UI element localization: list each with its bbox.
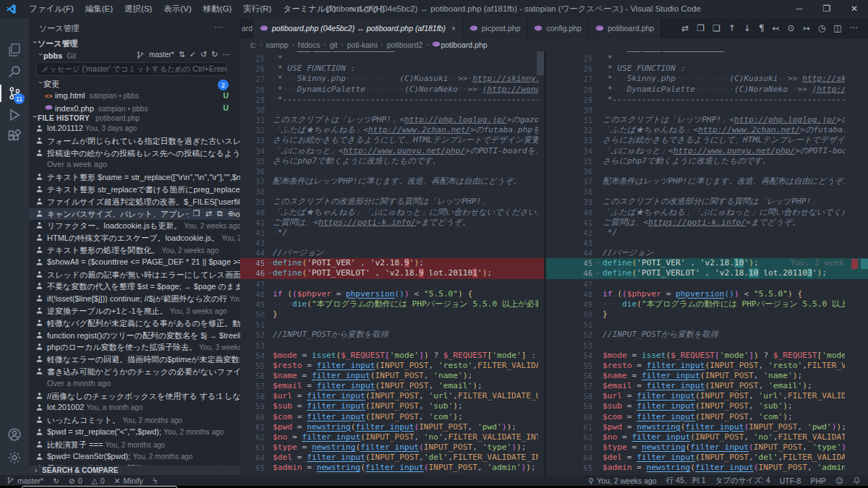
history-commit-row[interactable]: テキスト整形 $name = str_replace(["\r\n","\n",… (29, 171, 240, 184)
status-cursor[interactable]: 行 45、列 1 (666, 476, 706, 486)
diff-pane-modified[interactable]: 24·*···http://poti-k.info/x25·*26·* USE … (546, 51, 868, 475)
more-icon[interactable]: ··· (850, 23, 858, 33)
whitespace-icon[interactable]: ¶ (759, 23, 765, 33)
tab-diff[interactable]: potiboard.php (04e5bc2) ↔ potiboard.php … (253, 18, 463, 38)
history-commit-row[interactable]: フォームが閉じられている指定日数を過ぎた古いスレッドへの投稿は... (29, 135, 240, 147)
nav-center-icon[interactable]: ⊙ (788, 23, 795, 33)
history-commit-row[interactable]: リファクター。loadcookie.jsも更新。 You, 2 weeks ag… (29, 220, 240, 232)
status-blame[interactable]: ⚲You, 2 weeks ago (588, 476, 656, 485)
history-commit-row[interactable]: 比較演算子 === You, 2 months ago (29, 439, 240, 451)
history-commit-row[interactable]: キャンバスサイズ、パレット、アプレット選択のCooki... ❐⇄⧉⊕ (29, 208, 240, 221)
history-commit-row[interactable]: 書き込み可能かどうかのチェックの必要がないファイルをチェックから... (29, 366, 240, 378)
status-feedback[interactable]: ☺ (835, 476, 843, 485)
history-commit-row[interactable]: 投稿途中の絵からの投稿もレス先への投稿になるようにした。 You... (29, 147, 240, 160)
history-commit-row[interactable]: テキスト整形の処理を関数化。 You, 2 weeks ago (29, 244, 240, 257)
status-branch[interactable]: master* (7, 476, 43, 485)
open-file-icon[interactable]: ❏ (712, 23, 720, 33)
history-commit-row[interactable]: HTMLの特殊文字のエスケープ。loadcookie.js。 You, 2 we… (29, 232, 240, 244)
status-bolt[interactable]: ϟ (153, 476, 158, 485)
history-commit-row[interactable]: $pwd = str_replace("<","",$pwd); You, 2 … (29, 427, 240, 439)
status-bell[interactable] (853, 476, 861, 484)
changes-section-header[interactable]: ›変更 (38, 79, 240, 91)
settings-icon[interactable] (0, 448, 29, 468)
changed-file-row[interactable]: index0.phpsatopian • pbbsU (45, 103, 240, 115)
file-history-header[interactable]: ›FILE HISTORYpotiboard.php (32, 114, 140, 122)
history-commit-row[interactable]: 逆変換テーブルの+1と-1を廃止。 You, 3 weeks ago (29, 305, 240, 317)
copy-icon[interactable]: ⧉ (217, 209, 223, 218)
open-changes-icon[interactable]: ❐ (697, 23, 705, 33)
more-actions-icon[interactable]: ··· (214, 22, 224, 31)
status-sync[interactable]: ↻ (53, 476, 59, 485)
status-warnings[interactable]: △0 (92, 476, 105, 485)
history-commit-row[interactable]: lot.201002 You, a month ago (29, 402, 240, 414)
sync-changes-icon[interactable]: ⇅ (179, 50, 185, 59)
run-debug-icon[interactable] (0, 105, 29, 125)
history-commit-row[interactable]: ファイルサイズ超過判定処理の改善。$_FILES['userfile']['er… (29, 196, 240, 208)
tab-fragment[interactable]: ard2 (240, 18, 253, 38)
menu-表示(V)[interactable]: 表示(V) (158, 4, 197, 14)
diff-pane-original[interactable]: 24·*···http://poti-k.info/x25·*26·* USE … (240, 51, 544, 475)
minimize-button[interactable]: ─ (786, 0, 813, 18)
extensions-icon[interactable] (0, 127, 29, 147)
menu-移動(G)[interactable]: 移動(G) (197, 4, 238, 14)
swap-icon[interactable]: ⇄ (681, 23, 689, 33)
menu-ファイル(F)[interactable]: ファイル(F) (23, 4, 80, 14)
tab-potiboard.php[interactable]: potiboard.php (589, 18, 661, 38)
maximize-button[interactable]: ❐ (813, 0, 841, 18)
history-commit-row[interactable]: lot.201112 You, 3 days ago (29, 123, 240, 135)
next-icon[interactable]: ↓ (744, 23, 751, 33)
history-commit-row[interactable]: いったんコミット。 You, 2 months ago (29, 414, 240, 427)
history-commit-row[interactable]: 軽微なバグ配列が未定義になる事があるのを修正。動作わかりに... (29, 317, 240, 330)
menu-実行(R)[interactable]: 実行(R) (237, 4, 277, 14)
close-tab-icon[interactable]: × (451, 25, 456, 33)
history-commit-row[interactable]: $showAll = ($counttree <= PAGE_DEF * 21 … (29, 257, 240, 269)
changed-file-row[interactable]: <>img.htmlsatopian • pbbsU (45, 91, 240, 103)
breadcrumb-segment[interactable]: poti-kaini (347, 40, 378, 49)
account-icon[interactable] (0, 424, 29, 445)
status-language[interactable]: PHP (810, 476, 826, 485)
tab-picpost.php[interactable]: picpost.php (463, 18, 528, 38)
breadcrumb[interactable]: c:›xampp›htdocs›git›poti-kaini›potiboard… (240, 38, 868, 51)
history-commit-row[interactable]: 不要な変数の代入を整理 $st = $page; → $page のまま。 Yo… (29, 281, 240, 293)
split-icon[interactable]: ◫ (833, 23, 841, 33)
web-icon[interactable]: ⊕ (228, 209, 234, 218)
history-commit-row[interactable]: テキスト整形 str_replaceで書ける箇所にpreg_replaceを使用… (29, 184, 240, 196)
status-tabsize[interactable]: タブのサイズ: 4 (715, 476, 770, 486)
compare-icon[interactable]: ⇄ (205, 209, 212, 218)
status-errors[interactable]: ⊘0 (69, 476, 82, 485)
search-compare-header[interactable]: ›SEARCH & COMPARE (29, 466, 240, 475)
history-commit-row[interactable]: if(!isset($line[$j])) continue; //$jが範囲外… (29, 293, 240, 305)
history-commit-row[interactable]: function regist()のツリーの配列の変数名を $j → $tree… (29, 330, 240, 342)
scm-section-header[interactable]: ›ソース管理 (32, 38, 78, 49)
diff-editor[interactable]: 24·*···http://poti-k.info/x25·*26·* USE … (240, 51, 868, 475)
timeline-icon[interactable]: ◷ (818, 23, 825, 33)
search-icon[interactable] (0, 61, 29, 82)
refresh-icon[interactable]: ↻ (211, 50, 218, 59)
history-commit-row[interactable]: 軽微なエラーの回避。描画時間の$ptimeが未定義変数になるケ... (29, 354, 240, 366)
explorer-icon[interactable] (0, 40, 29, 60)
breadcrumb-segment[interactable]: potiboard.php (441, 40, 487, 49)
history-commit-row[interactable]: phpのローカル変数を使った拡張子除去。 You, 3 weeks ago (29, 341, 240, 354)
breadcrumb-segment[interactable]: xampp (265, 40, 289, 49)
breadcrumb-segment[interactable]: htdocs (298, 40, 320, 49)
nav-left-icon[interactable]: ↢ (773, 23, 780, 33)
commit-check-icon[interactable]: ✓ (190, 50, 196, 59)
tab-config.php[interactable]: config.php (527, 18, 588, 38)
history-commit-row[interactable]: //画像なしのチェックボックスを使用する する:1 しない:0 You, a m… (29, 390, 240, 403)
menu-選択(S)[interactable]: 選択(S) (119, 4, 158, 14)
prev-icon[interactable]: ↑ (728, 23, 736, 33)
nav-right-icon[interactable]: ↣ (803, 23, 810, 33)
status-encoding[interactable]: UTF-8 (780, 476, 801, 485)
open-file-icon[interactable]: ❐ (193, 209, 200, 218)
more-icon[interactable]: ··· (223, 50, 231, 59)
commit-message-input[interactable]: メッセージ ('master' でコミットするための Ctrl+Enter) (36, 62, 227, 76)
breadcrumb-segment[interactable]: git (330, 40, 338, 49)
history-commit-row[interactable]: $pwd= CleanStr($pwd); You, 2 months ago (29, 451, 240, 463)
undo-icon[interactable]: ↺ (200, 50, 207, 59)
breadcrumb-segment[interactable]: potiboard2 (387, 40, 423, 49)
menu-編集(E)[interactable]: 編集(E) (80, 4, 119, 14)
breadcrumb-segment[interactable]: c: (250, 40, 256, 49)
close-button[interactable]: ✕ (841, 0, 868, 18)
status-minify[interactable]: ✕Minify (114, 476, 143, 485)
left-scrollbar[interactable] (537, 51, 544, 75)
